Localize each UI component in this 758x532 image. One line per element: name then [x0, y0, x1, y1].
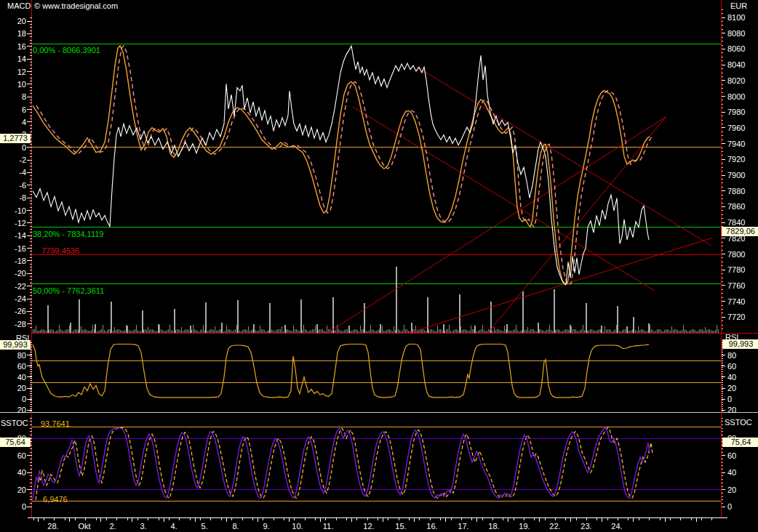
- date-label: 22.: [549, 522, 560, 531]
- price-value-box: 7829,06: [722, 227, 758, 236]
- date-label: 15.: [395, 522, 406, 531]
- axis-tick-label: 40: [727, 373, 736, 382]
- axis-tick-label: 20: [727, 485, 736, 494]
- date-label: 28.: [47, 522, 58, 531]
- axis-tick-label: 80: [17, 351, 26, 360]
- rsi-value-box-right: 99,993: [722, 339, 758, 349]
- axis-tick-label: 0: [22, 502, 26, 511]
- axis-tick-label: 7880: [727, 187, 745, 196]
- axis-tick-label: -22: [15, 282, 26, 291]
- axis-tick-label: 0: [22, 143, 26, 152]
- axis-tick-label: 7840: [727, 218, 745, 227]
- axis-tick-label: 0: [22, 395, 26, 403]
- axis-tick-label: 8060: [727, 44, 745, 53]
- date-label: 23.: [581, 522, 591, 531]
- date-label: 9.: [263, 522, 269, 531]
- rsi-line: [33, 344, 649, 398]
- axis-tick-label: 7860: [727, 202, 745, 211]
- red-level-label: 7799,4536: [41, 246, 79, 255]
- date-label: 8.: [232, 522, 239, 531]
- date-label: 12.: [363, 522, 374, 531]
- axis-tick-label: 4: [22, 118, 26, 126]
- axis-tick-label: 8040: [727, 60, 745, 69]
- axis-tick-label: 20: [17, 384, 26, 392]
- macd-panel-title: MACD: [7, 1, 31, 10]
- axis-tick-label: 60: [17, 362, 26, 371]
- axis-tick-label: 0: [727, 395, 732, 403]
- fib-50-label: 50,00% - 7762,3611: [33, 286, 104, 295]
- sstoc-panel-title-left: SSTOC: [1, 419, 28, 427]
- axis-tick-label: 7800: [727, 250, 745, 259]
- sstoc-value-box-left: 75,64: [0, 438, 31, 447]
- axis-tick-label: 60: [727, 362, 736, 371]
- date-label: 19.: [519, 522, 530, 531]
- axis-tick-label: 40: [17, 468, 26, 477]
- axis-tick-label: -2: [19, 156, 26, 164]
- rsi-value-box-left: 99,993: [0, 340, 31, 350]
- axis-tick-label: -18: [15, 257, 26, 265]
- axis-tick-label: 7760: [727, 281, 745, 290]
- axis-tick-label: 40: [727, 468, 736, 477]
- date-label: 16.: [426, 522, 437, 531]
- axis-tick-label: -10: [15, 206, 26, 215]
- axis-tick-label: 0: [727, 502, 732, 511]
- axis-tick-label: 8080: [727, 29, 745, 38]
- date-label: Okt: [78, 522, 90, 531]
- trendline-0: [417, 67, 711, 246]
- axis-tick-label: 8000: [727, 92, 745, 101]
- axis-tick-label: 20: [17, 406, 26, 414]
- axis-tick-label: 7980: [727, 108, 745, 116]
- macd-line: [33, 46, 650, 285]
- date-label: 11.: [323, 522, 333, 531]
- axis-tick-label: 8020: [727, 76, 745, 85]
- axis-tick-label: -8: [19, 193, 26, 202]
- axis-tick-label: 7960: [727, 124, 745, 132]
- axis-tick-label: 20: [727, 406, 736, 414]
- axis-tick-label: 40: [17, 373, 26, 382]
- sstoc-low-band-label: 6,9476: [43, 495, 68, 504]
- axis-tick-label: 20: [17, 485, 26, 494]
- axis-tick-label: 7720: [727, 313, 745, 321]
- fib-382-label: 38,20% - 7834,1119: [33, 230, 103, 238]
- axis-tick-label: -14: [15, 231, 26, 240]
- sstoc-panel-title-right: SSTOC: [725, 418, 752, 427]
- date-label: 4.: [170, 522, 177, 531]
- axis-tick-label: 18: [17, 29, 26, 38]
- axis-tick-label: 7940: [727, 140, 745, 148]
- axis-tick-label: 6: [22, 105, 26, 114]
- axis-tick-label: -24: [15, 294, 26, 303]
- axis-tick-label: -28: [15, 320, 26, 329]
- axis-tick-label: 20: [727, 384, 736, 392]
- trendline-2: [325, 117, 666, 334]
- fib-0-label: 0,00% - 8066,3901: [33, 46, 100, 55]
- axis-tick-label: -16: [15, 244, 26, 253]
- axis-tick-label: -12: [15, 219, 26, 227]
- axis-tick-label: 16: [17, 42, 26, 51]
- axis-tick-label: 60: [727, 451, 736, 460]
- sstoc-high-band-label: 93,7641: [41, 419, 70, 428]
- trendline-4: [404, 238, 713, 334]
- axis-tick-label: 8: [22, 92, 26, 101]
- axis-tick-label: -20: [15, 269, 26, 278]
- date-label: 5.: [201, 522, 207, 531]
- axis-tick-label: 14: [17, 55, 26, 63]
- macd-value-box: 1,2773: [0, 134, 31, 143]
- date-label: 2.: [109, 522, 116, 531]
- axis-tick-label: 10: [17, 80, 26, 89]
- axis-tick-label: 60: [17, 451, 26, 460]
- date-label: 3.: [140, 522, 146, 531]
- axis-tick-label: 7900: [727, 171, 745, 180]
- date-label: 10.: [292, 522, 303, 531]
- axis-tick-label: 7780: [727, 265, 745, 274]
- axis-tick-label: 80: [727, 351, 736, 360]
- trading-chart-window: 20181614121086420-2-4-6-8-10-12-14-16-18…: [0, 0, 758, 532]
- copyright-text: © www.tradesignal.com: [34, 1, 118, 10]
- axis-tick-label: 8100: [727, 13, 745, 22]
- sstoc-value-box-right: 75,64: [722, 438, 758, 447]
- date-label: 24.: [611, 522, 622, 531]
- chart-canvas: 20181614121086420-2-4-6-8-10-12-14-16-18…: [0, 0, 758, 532]
- eur-axis-title: EUR: [730, 1, 747, 10]
- axis-tick-label: 20: [17, 17, 26, 25]
- macd-signal-line: [36, 46, 653, 285]
- date-label: 17.: [458, 522, 468, 531]
